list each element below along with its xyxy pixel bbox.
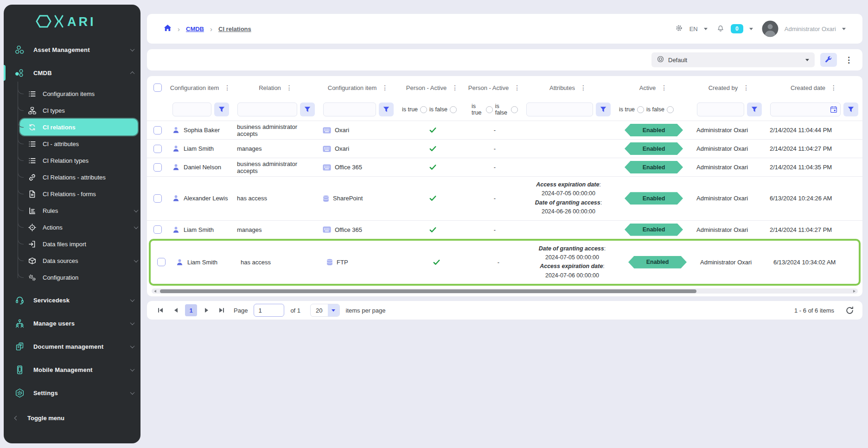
settings-gear-icon[interactable] (675, 24, 683, 34)
filter-button-created-by[interactable] (747, 102, 762, 116)
status-badge: Enabled (625, 161, 683, 173)
scroll-right-icon[interactable] (853, 290, 855, 293)
column-menu-icon[interactable]: ⋮ (513, 84, 521, 91)
table-row[interactable]: Sophia Bakerbusiness administrator accep… (147, 121, 862, 139)
page-number-input[interactable] (254, 304, 284, 317)
configuration-item-person: Daniel Nelson (184, 164, 221, 171)
column-menu-icon[interactable]: ⋮ (660, 84, 668, 91)
filter-button-configuration-item[interactable] (379, 102, 394, 116)
sidebar-subitem-ci-relation-types[interactable]: CI Relation types (20, 152, 138, 169)
table-row[interactable]: Liam SmithmanagesOffice 365-EnabledAdmin… (147, 220, 862, 239)
person-active-2-value: - (494, 145, 496, 152)
column-menu-icon[interactable]: ⋮ (451, 84, 459, 91)
sidebar-subitem-actions[interactable]: Actions (20, 219, 138, 236)
sidebar-item-label: CMDB (33, 70, 122, 77)
person-icon (172, 194, 180, 202)
configuration-item-target: Oxari (335, 127, 349, 134)
sidebar-item-cmdb[interactable]: CMDB (4, 61, 140, 84)
sidebar-subitem-ci-types[interactable]: CI types (20, 102, 138, 119)
refresh-button[interactable] (844, 305, 855, 316)
table-row[interactable]: Liam Smithhas accessFTP-Date of granting… (149, 239, 861, 286)
sidebar-subitem-ci-relations[interactable]: CI relations (20, 119, 138, 135)
filter-input-created-by[interactable] (697, 102, 744, 116)
filter-true-radio[interactable] (637, 106, 644, 113)
toolbar-kebab-icon[interactable]: ⋮ (842, 55, 855, 65)
documents-icon (14, 341, 25, 352)
column-menu-icon[interactable]: ⋮ (579, 84, 587, 91)
avatar[interactable] (762, 20, 779, 37)
sidebar-subitem-rules[interactable]: Rules (20, 202, 138, 219)
sidebar-item-document-management[interactable]: Document management (4, 335, 140, 358)
column-menu-icon[interactable]: ⋮ (830, 84, 838, 91)
filter-button-attributes[interactable] (596, 102, 611, 116)
filter-false-radio[interactable] (450, 106, 457, 113)
first-page-button[interactable] (154, 304, 166, 316)
filter-input-relation[interactable] (237, 102, 297, 116)
filter-button-created-date[interactable] (843, 102, 858, 116)
sidebar-item-manage-users[interactable]: Manage users (4, 312, 140, 335)
sidebar-subitem-ci-relations-attributes[interactable]: CI Relations - attributes (20, 169, 138, 186)
scroll-left-icon[interactable] (154, 290, 156, 293)
row-checkbox[interactable] (157, 258, 166, 266)
sidebar-subitem-configuration[interactable]: Configuration (20, 269, 138, 286)
page-size-chevron-icon (328, 304, 339, 316)
configuration-item-person: Liam Smith (184, 226, 214, 233)
table-row[interactable]: Alexander Lewishas accessSharePoint-Acce… (147, 176, 862, 220)
row-checkbox[interactable] (153, 194, 162, 203)
next-page-button[interactable] (200, 304, 212, 316)
bell-icon[interactable] (716, 24, 725, 34)
row-checkbox[interactable] (153, 225, 162, 234)
main-content: › CMDB › CI relations EN 0 Administrator… (147, 0, 862, 320)
created-date-value: 2/14/2024 11:04:27 PM (770, 226, 832, 233)
home-icon[interactable] (164, 24, 172, 34)
filter-button-relation[interactable] (300, 102, 315, 116)
filter-attributes (522, 102, 615, 116)
sidebar-subitem-data-sources[interactable]: Data sources (20, 252, 138, 269)
table-row[interactable]: Liam SmithmanagesOxari-EnabledAdministra… (147, 139, 862, 158)
pagination-bar: 1 Page of 1 20 items per page 1 - 6 of 6… (147, 301, 862, 320)
filter-input-configuration-item[interactable] (172, 102, 211, 116)
sidebar-item-servicedesk[interactable]: Servicedesk (4, 288, 140, 312)
filter-input-configuration-item[interactable] (323, 102, 376, 116)
column-menu-icon[interactable]: ⋮ (223, 84, 231, 91)
breadcrumb-cmdb[interactable]: CMDB (186, 26, 204, 32)
column-menu-icon[interactable]: ⋮ (742, 84, 750, 91)
calendar-icon[interactable] (830, 106, 837, 113)
filter-false-radio[interactable] (667, 106, 674, 113)
sidebar-subitem-data-files-import[interactable]: Data files import (20, 236, 138, 252)
list-icon (28, 156, 36, 165)
filter-true-radio[interactable] (486, 106, 493, 113)
user-menu[interactable]: Administrator Oxari (785, 26, 836, 32)
horizontal-scrollbar-thumb[interactable] (160, 289, 696, 293)
view-select[interactable]: Default (651, 52, 815, 67)
sidebar-item-mobile-management[interactable]: Mobile Management (4, 358, 140, 381)
sidebar-subitem-ci-attributes[interactable]: CI - attributes (20, 135, 138, 152)
column-menu-icon[interactable]: ⋮ (285, 84, 294, 91)
column-menu-icon[interactable]: ⋮ (381, 84, 389, 91)
filter-input-attributes[interactable] (526, 102, 593, 116)
current-page-button[interactable]: 1 (185, 304, 197, 316)
table-row[interactable]: Daniel Nelsonbusiness administrator acce… (147, 158, 862, 176)
toggle-menu-button[interactable]: Toggle menu (4, 407, 140, 429)
user-chevron-icon[interactable] (842, 28, 846, 30)
language-chevron-icon[interactable] (704, 28, 708, 30)
row-checkbox[interactable] (153, 126, 162, 134)
row-checkbox[interactable] (153, 163, 162, 172)
previous-page-button[interactable] (170, 304, 182, 316)
sidebar-item-settings[interactable]: Settings (4, 381, 140, 404)
page-size-select[interactable]: 20 (310, 304, 339, 317)
filter-false-radio[interactable] (511, 106, 518, 113)
sidebar-subitem-ci-relations-forms[interactable]: CI Relations - forms (20, 186, 138, 202)
customize-wrench-button[interactable] (820, 53, 837, 67)
sidebar-subitem-label: CI Relation types (43, 157, 138, 164)
chevron-down-icon (134, 258, 139, 262)
sidebar-subitem-configuration-items[interactable]: Configuration items (20, 85, 138, 102)
row-checkbox[interactable] (153, 145, 162, 153)
language-selector[interactable]: EN (689, 26, 698, 32)
notification-chevron-icon[interactable] (749, 28, 753, 30)
select-all-checkbox[interactable] (153, 83, 162, 92)
filter-true-radio[interactable] (420, 106, 427, 113)
last-page-button[interactable] (216, 304, 228, 316)
sidebar-item-asset-management[interactable]: Asset Management (4, 38, 140, 61)
filter-button-configuration-item[interactable] (214, 102, 229, 116)
